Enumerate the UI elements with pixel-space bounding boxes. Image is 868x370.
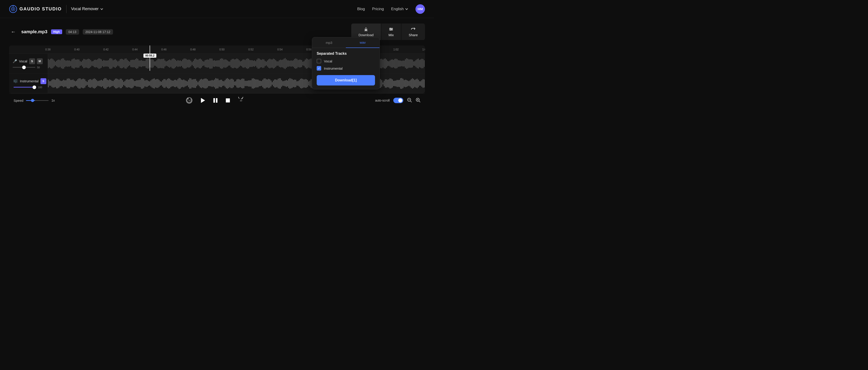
svg-rect-430 [166, 80, 166, 87]
mix-button[interactable]: Mix [381, 24, 401, 40]
zoom-out-button[interactable] [407, 97, 412, 104]
svg-rect-72 [121, 59, 122, 68]
svg-rect-388 [116, 78, 117, 88]
svg-rect-169 [235, 59, 236, 68]
svg-rect-440 [178, 79, 178, 88]
svg-rect-45 [89, 59, 90, 68]
svg-rect-407 [138, 80, 140, 87]
rewind-10-button[interactable]: 10 [186, 97, 193, 104]
svg-rect-617 [386, 79, 387, 87]
svg-rect-349 [70, 80, 71, 87]
svg-rect-622 [392, 79, 393, 87]
svg-rect-113 [169, 59, 170, 67]
svg-line-659 [410, 101, 412, 102]
vocal-checkbox[interactable] [317, 59, 321, 63]
svg-rect-396 [126, 79, 127, 87]
svg-rect-173 [240, 61, 241, 66]
instrumental-solo-button[interactable]: S [40, 78, 46, 84]
svg-rect-645 [419, 81, 420, 86]
svg-rect-485 [230, 79, 231, 88]
svg-rect-375 [101, 80, 102, 87]
svg-rect-459 [200, 79, 201, 87]
auto-scroll-toggle[interactable] [393, 98, 403, 103]
svg-rect-551 [308, 81, 309, 85]
svg-rect-324 [418, 58, 419, 68]
svg-rect-115 [172, 59, 173, 68]
logo[interactable]: GAUDIO STUDIO [9, 5, 62, 13]
svg-rect-48 [93, 61, 94, 66]
svg-rect-104 [159, 59, 160, 68]
speed-slider[interactable] [26, 100, 49, 101]
svg-rect-190 [260, 59, 261, 67]
svg-rect-65 [113, 60, 114, 67]
tool-selector-button[interactable]: Vocal Remover [71, 6, 103, 11]
svg-rect-457 [197, 82, 198, 85]
svg-rect-473 [216, 79, 217, 88]
svg-rect-362 [86, 81, 87, 86]
svg-rect-325 [419, 60, 420, 67]
svg-rect-51 [96, 60, 97, 67]
nav-pricing-link[interactable]: Pricing [372, 7, 384, 11]
svg-rect-436 [173, 81, 174, 86]
svg-rect-353 [75, 81, 76, 85]
avatar[interactable]: HM [415, 4, 425, 14]
svg-rect-71 [120, 59, 121, 68]
wav-tab[interactable]: wav [346, 37, 379, 48]
svg-rect-33 [75, 59, 76, 67]
svg-rect-170 [237, 58, 237, 68]
instrumental-track-label: 🎼 Instrumental S M 100 [9, 74, 48, 93]
svg-rect-297 [386, 59, 387, 67]
svg-rect-85 [136, 58, 137, 69]
svg-rect-219 [294, 59, 295, 68]
vocal-solo-button[interactable]: S [29, 58, 35, 64]
svg-rect-326 [420, 59, 421, 67]
svg-rect-540 [296, 80, 296, 87]
svg-rect-172 [239, 60, 240, 67]
pause-button[interactable] [212, 97, 219, 104]
svg-rect-455 [195, 79, 196, 88]
svg-rect-314 [406, 58, 407, 69]
instrumental-checkbox[interactable] [317, 66, 321, 70]
svg-rect-209 [282, 59, 283, 67]
svg-rect-307 [398, 60, 399, 67]
svg-rect-408 [140, 80, 141, 87]
vocal-volume-slider[interactable] [13, 67, 35, 67]
stop-button[interactable] [225, 97, 231, 103]
svg-rect-523 [275, 79, 276, 87]
play-button[interactable] [199, 97, 206, 104]
svg-rect-90 [142, 61, 143, 66]
svg-rect-231 [308, 59, 309, 67]
share-button[interactable]: Share [401, 24, 425, 40]
svg-rect-435 [172, 80, 173, 86]
mp3-tab[interactable]: mp3 [312, 37, 346, 48]
svg-rect-97 [150, 59, 151, 67]
instrumental-volume-slider[interactable] [13, 87, 36, 87]
zoom-in-button[interactable] [415, 97, 421, 104]
svg-rect-411 [143, 79, 144, 88]
svg-rect-364 [88, 80, 89, 87]
svg-rect-631 [403, 79, 403, 88]
svg-rect-128 [187, 60, 188, 67]
back-button[interactable]: ← [9, 28, 18, 36]
svg-rect-143 [205, 60, 206, 67]
svg-rect-132 [192, 62, 193, 65]
svg-rect-539 [294, 79, 295, 87]
chevron-down-icon [100, 7, 103, 11]
nav-blog-link[interactable]: Blog [357, 7, 365, 11]
svg-rect-355 [77, 79, 78, 87]
svg-rect-425 [160, 81, 161, 86]
svg-rect-474 [218, 79, 219, 88]
svg-rect-488 [234, 81, 235, 85]
svg-rect-480 [225, 80, 225, 87]
svg-rect-198 [270, 59, 270, 68]
download-action-button[interactable]: Download[1] [317, 75, 375, 85]
svg-rect-452 [192, 79, 193, 87]
vocal-mute-button[interactable]: M [37, 58, 43, 64]
duration-badge: 04:13 [66, 29, 79, 35]
instrumental-option: Instrumental [317, 66, 375, 70]
forward-10-button[interactable]: 10 [237, 97, 244, 104]
language-selector-button[interactable]: English [391, 7, 408, 11]
svg-rect-339 [59, 79, 59, 87]
svg-rect-454 [194, 79, 195, 88]
svg-rect-83 [134, 60, 135, 67]
